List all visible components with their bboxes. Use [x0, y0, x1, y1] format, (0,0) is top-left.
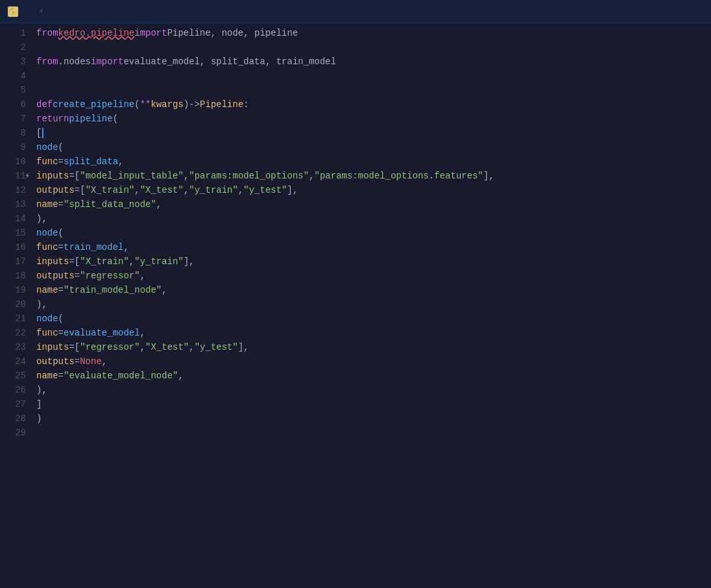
- code-line: ⚡ inputs=["model_input_table", "params:m…: [36, 169, 711, 183]
- line-number: 22: [5, 326, 26, 340]
- token-plain: ): [36, 411, 42, 426]
- token-func-name: evaluate_model: [64, 326, 140, 340]
- code-line: outputs=None,: [36, 354, 711, 369]
- line-number: 17: [5, 254, 26, 269]
- token-attr-name: name: [36, 283, 58, 297]
- token-plain: =: [58, 154, 64, 169]
- token-string: "y_train": [189, 183, 238, 197]
- token-plain: ],: [483, 169, 494, 183]
- token-attr-name: func: [36, 154, 58, 169]
- line-number: 26: [5, 383, 26, 397]
- token-plain: ,: [156, 197, 162, 212]
- code-line: name="train_model_node",: [36, 283, 711, 297]
- code-area[interactable]: from kedro.pipeline import Pipeline, nod…: [31, 23, 711, 588]
- code-line: ]: [36, 397, 711, 411]
- line-number: 5: [5, 83, 26, 97]
- code-line: [36, 40, 711, 55]
- token-attr-name: outputs: [36, 269, 75, 283]
- line-number: 16: [5, 240, 26, 254]
- token-plain: ,: [102, 354, 107, 369]
- token-string: "train_model_node": [64, 283, 162, 297]
- token-plain: =: [75, 269, 80, 283]
- code-line: [36, 69, 711, 83]
- token-plain: =: [58, 369, 64, 383]
- gutter-icon: ⚡: [25, 169, 30, 183]
- line-number: 29: [5, 426, 26, 440]
- token-attr-name: inputs: [36, 340, 69, 354]
- token-plain: =: [75, 354, 80, 369]
- token-kw: import: [91, 55, 123, 69]
- line-number: 20: [5, 297, 26, 312]
- function-icon: ⚡: [39, 6, 43, 16]
- token-plain: ,: [189, 340, 194, 354]
- token-string: "params:model_options": [189, 169, 309, 183]
- token-plain: ),: [36, 297, 47, 312]
- code-line: ),: [36, 383, 711, 397]
- token-node-func: node: [36, 140, 58, 154]
- token-string: "regressor": [80, 340, 139, 354]
- token-string: "y_train": [134, 254, 184, 269]
- code-line: [36, 426, 711, 440]
- token-plain: =: [58, 240, 64, 254]
- token-plain: =[: [69, 254, 80, 269]
- code-line: [36, 83, 711, 97]
- token-plain: ,: [162, 283, 167, 297]
- token-plain: ),: [36, 212, 47, 226]
- token-plain: ,: [184, 169, 189, 183]
- token-func-name: pipeline: [69, 112, 112, 126]
- token-kw: def: [36, 97, 53, 112]
- token-attr-name: name: [36, 369, 58, 383]
- token-string: "evaluate_model_node": [64, 369, 178, 383]
- token-none-kw: None: [80, 354, 102, 369]
- token-plain: ,: [134, 183, 139, 197]
- token-func-name: train_model: [64, 240, 123, 254]
- line-number: 13: [5, 197, 26, 212]
- token-plain: =[: [69, 340, 80, 354]
- token-string: "params:model_options.features": [315, 169, 483, 183]
- line-numbers: 1234567891011121314151617181920212223242…: [0, 23, 31, 588]
- line-number: 11: [5, 169, 26, 183]
- token-string: "X_train": [80, 254, 129, 269]
- token-string: "regressor": [80, 269, 139, 283]
- token-attr-name: name: [36, 197, 58, 212]
- token-plain: ,: [140, 326, 145, 340]
- token-plain: =: [58, 326, 64, 340]
- code-line: name="evaluate_model_node",: [36, 369, 711, 383]
- code-line: func=evaluate_model,: [36, 326, 711, 340]
- token-plain: ,: [129, 254, 134, 269]
- code-line: from .nodes import evaluate_model, split…: [36, 55, 711, 69]
- token-plain: ),: [36, 383, 47, 397]
- line-number: 18: [5, 269, 26, 283]
- line-number: 27: [5, 397, 26, 411]
- token-plain: ,: [140, 269, 145, 283]
- line-number: 7: [5, 112, 26, 126]
- token-attr-name: inputs: [36, 169, 69, 183]
- line-number: 28: [5, 411, 26, 426]
- line-number: 25: [5, 369, 26, 383]
- token-func-name: split_data: [64, 154, 118, 169]
- line-number: 10: [5, 154, 26, 169]
- line-number: 4: [5, 69, 26, 83]
- token-plain: ],: [287, 183, 298, 197]
- line-number: 21: [5, 312, 26, 326]
- token-plain: =[: [69, 169, 80, 183]
- token-attr-name: outputs: [36, 354, 75, 369]
- token-kw: from: [36, 26, 58, 40]
- line-number: 9: [5, 140, 26, 154]
- token-kw: **: [140, 97, 151, 112]
- code-line: name="split_data_node",: [36, 197, 711, 212]
- token-plain: :: [243, 97, 248, 112]
- token-plain: ,: [140, 340, 145, 354]
- token-plain: ,: [178, 369, 183, 383]
- token-module-squiggle: kedro.pipeline: [58, 26, 135, 40]
- token-plain: ,: [118, 154, 123, 169]
- token-node-func: node: [36, 312, 58, 326]
- line-number: 1: [5, 26, 26, 40]
- code-line: from kedro.pipeline import Pipeline, nod…: [36, 26, 711, 40]
- token-string: "X_test": [145, 340, 189, 354]
- code-line: inputs=["X_train", "y_train"],: [36, 254, 711, 269]
- token-plain: ,: [123, 240, 128, 254]
- token-plain: ],: [184, 254, 195, 269]
- token-plain: =[: [75, 183, 86, 197]
- line-number: 24: [5, 354, 26, 369]
